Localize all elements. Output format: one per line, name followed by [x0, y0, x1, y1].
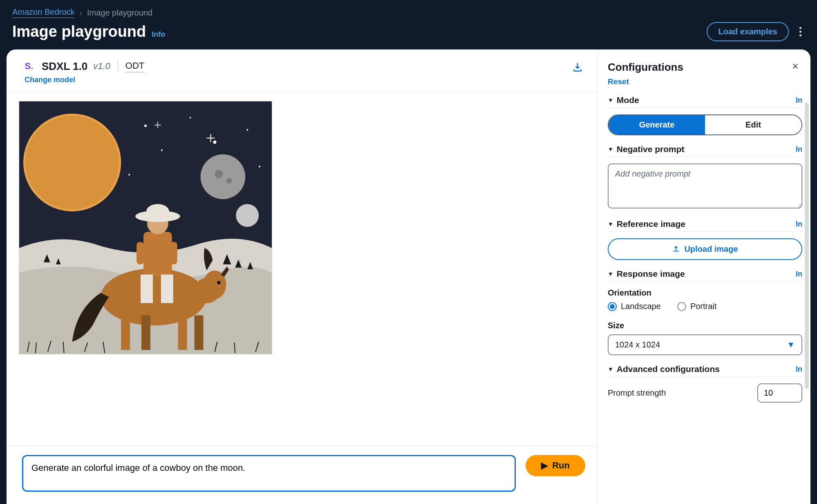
svg-point-2 [25, 116, 119, 209]
divider [118, 61, 118, 72]
caret-down-icon: ▼ [787, 340, 795, 349]
svg-rect-21 [178, 313, 187, 350]
prompt-strength-label: Prompt strength [608, 388, 666, 398]
mode-edit-button[interactable]: Edit [705, 115, 801, 134]
caret-down-icon: ▼ [608, 271, 613, 277]
prompt-strength-input[interactable] [757, 383, 802, 403]
section-info-link[interactable]: In [796, 145, 802, 154]
svg-point-6 [236, 204, 259, 227]
section-response-title: Response image [617, 269, 685, 279]
upload-image-button[interactable]: Upload image [608, 238, 802, 260]
run-label: Run [552, 460, 570, 471]
section-info-link[interactable]: In [796, 96, 802, 105]
config-title: Configurations [608, 61, 683, 74]
svg-point-18 [217, 281, 220, 284]
orientation-landscape-label: Landscape [621, 302, 661, 311]
change-model-link[interactable]: Change model [25, 76, 144, 84]
chevron-right-icon: › [79, 8, 82, 18]
section-reference-title: Reference image [617, 219, 685, 229]
radio-icon [677, 302, 686, 311]
section-reference-toggle[interactable]: ▼ Reference image [608, 219, 685, 229]
orientation-landscape-radio[interactable]: Landscape [608, 302, 661, 311]
info-link[interactable]: Info [152, 30, 165, 39]
svg-rect-29 [170, 242, 177, 264]
section-advanced-toggle[interactable]: ▼ Advanced configurations [608, 364, 720, 374]
breadcrumb: Amazon Bedrock › Image playground [12, 7, 805, 18]
play-icon: ▶ [541, 460, 548, 471]
mode-segmented: Generate Edit [608, 114, 802, 135]
mode-generate-button[interactable]: Generate [609, 115, 705, 134]
caret-down-icon: ▼ [608, 221, 613, 227]
caret-down-icon: ▼ [608, 97, 613, 103]
upload-label: Upload image [684, 244, 738, 254]
prompt-input[interactable] [22, 455, 516, 492]
caret-down-icon: ▼ [608, 146, 613, 152]
kebab-menu-icon[interactable] [796, 24, 805, 40]
svg-rect-19 [121, 313, 130, 350]
svg-point-16 [101, 269, 206, 326]
svg-rect-20 [141, 315, 150, 350]
size-value: 1024 x 1024 [615, 340, 660, 349]
svg-rect-23 [143, 232, 172, 277]
caret-down-icon: ▼ [608, 366, 613, 372]
section-mode-toggle[interactable]: ▼ Mode [608, 95, 639, 105]
svg-point-4 [215, 170, 223, 178]
svg-rect-30 [137, 242, 144, 264]
section-info-link[interactable]: In [796, 365, 802, 374]
section-info-link[interactable]: In [796, 270, 802, 278]
breadcrumb-root[interactable]: Amazon Bedrock [12, 7, 74, 18]
svg-rect-24 [141, 275, 153, 303]
breadcrumb-current: Image playground [87, 8, 152, 18]
svg-point-3 [201, 155, 246, 199]
svg-point-12 [259, 166, 260, 167]
page-title: Image playground [12, 23, 146, 40]
section-negative-title: Negative prompt [617, 144, 685, 154]
svg-point-7 [144, 125, 147, 127]
orientation-portrait-label: Portrait [690, 302, 716, 311]
svg-point-8 [190, 117, 191, 119]
section-info-link[interactable]: In [796, 220, 802, 228]
model-version: v1.0 [93, 61, 110, 72]
reset-link[interactable]: Reset [608, 77, 629, 86]
generated-image [19, 101, 272, 354]
upload-icon [672, 244, 680, 254]
svg-point-5 [226, 178, 232, 184]
load-examples-button[interactable]: Load examples [707, 22, 789, 41]
svg-point-11 [213, 141, 216, 144]
download-icon[interactable] [570, 59, 585, 76]
radio-icon [608, 302, 617, 311]
negative-prompt-input[interactable] [608, 164, 802, 208]
orientation-portrait-radio[interactable]: Portrait [677, 302, 716, 311]
section-advanced-title: Advanced configurations [617, 364, 720, 374]
svg-point-9 [246, 129, 248, 131]
model-name: SDXL 1.0 [42, 60, 87, 73]
run-button[interactable]: ▶ Run [526, 455, 585, 476]
svg-point-13 [128, 174, 130, 175]
orientation-label: Orientation [608, 288, 802, 298]
section-negative-toggle[interactable]: ▼ Negative prompt [608, 144, 685, 154]
close-icon[interactable] [788, 59, 802, 75]
svg-rect-25 [161, 275, 173, 303]
svg-point-28 [146, 204, 169, 219]
section-response-toggle[interactable]: ▼ Response image [608, 269, 685, 279]
size-label: Size [608, 321, 802, 330]
scrollbar[interactable] [805, 103, 809, 389]
size-select[interactable]: 1024 x 1024 ▼ [608, 334, 802, 355]
odt-badge[interactable]: ODT [125, 60, 144, 72]
provider-badge: S. [22, 59, 36, 73]
section-mode-title: Mode [617, 95, 639, 105]
svg-point-10 [161, 150, 163, 151]
svg-rect-22 [195, 315, 204, 350]
